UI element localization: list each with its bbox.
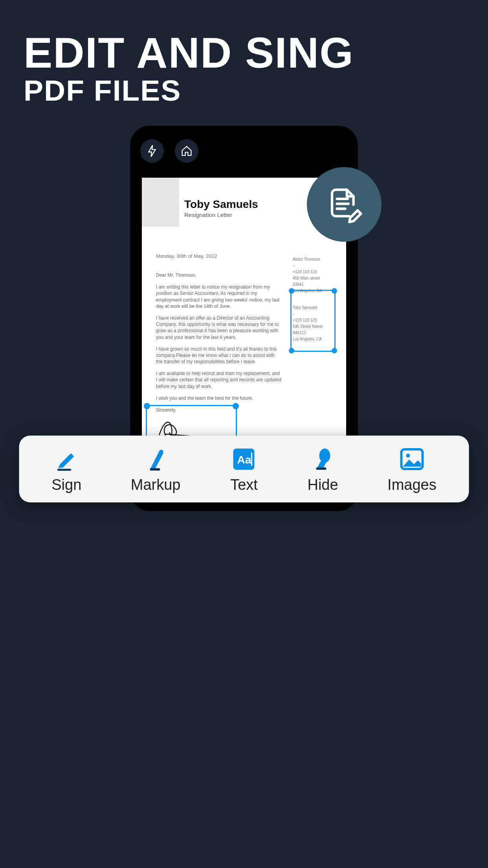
edit-document-button[interactable] — [307, 167, 382, 242]
resize-handle[interactable] — [144, 403, 150, 409]
selection-address[interactable] — [290, 290, 336, 352]
paragraph: I have received an offer as a Director o… — [156, 315, 282, 340]
text-icon: Aa — [230, 445, 258, 473]
sign-icon — [52, 445, 81, 473]
paragraph: I wish you and the team the best for the… — [156, 395, 282, 401]
header-placeholder — [142, 178, 179, 227]
svg-point-7 — [319, 449, 330, 463]
svg-point-10 — [406, 454, 410, 458]
images-icon — [398, 445, 426, 473]
tool-label: Markup — [131, 476, 181, 493]
recipient-block: Abdul Thomson - +123 123 123 456 Main st… — [293, 256, 336, 294]
flash-button[interactable] — [140, 139, 164, 163]
document-body: Dear Mr. Thomson, I am writing this lett… — [156, 272, 282, 419]
tool-label: Hide — [307, 476, 338, 493]
home-button[interactable] — [175, 139, 198, 163]
headline-top: EDIT AND SING — [24, 28, 464, 77]
resize-handle[interactable] — [332, 348, 337, 353]
tool-images[interactable]: Images — [387, 445, 437, 493]
document-date: Monday, 30th of May, 2022 — [156, 253, 217, 259]
hide-icon — [309, 445, 337, 473]
document-subtitle: Resignation Letter — [184, 211, 258, 218]
paragraph: I am writing this letter to notice my re… — [156, 284, 282, 309]
tool-hide[interactable]: Hide — [307, 445, 338, 493]
svg-rect-3 — [150, 468, 160, 471]
tool-markup[interactable]: Markup — [131, 445, 181, 493]
recipient-street: 456 Main street — [293, 275, 336, 281]
tool-label: Text — [230, 476, 258, 493]
recipient-dash: - — [293, 263, 336, 268]
paragraph: I am available to help recruit and train… — [156, 370, 282, 390]
resize-handle[interactable] — [233, 403, 239, 409]
svg-text:Aa: Aa — [237, 454, 251, 466]
resize-handle[interactable] — [332, 288, 337, 294]
svg-rect-8 — [316, 467, 327, 470]
tool-sign[interactable]: Sign — [51, 445, 81, 493]
recipient-zip: 23541 — [293, 281, 336, 287]
headline: EDIT AND SING PDF FILES — [0, 0, 488, 107]
tool-label: Sign — [51, 476, 81, 493]
edit-toolbar: Sign Markup Aa Text Hide — [19, 436, 469, 502]
edit-document-icon — [324, 184, 365, 225]
home-icon — [180, 145, 193, 157]
tool-label: Images — [387, 476, 437, 493]
markup-icon — [141, 445, 170, 473]
paragraph: I have grown so much in this field and i… — [156, 346, 282, 365]
greeting: Dear Mr. Thomson, — [156, 272, 282, 278]
resize-handle[interactable] — [289, 348, 294, 353]
recipient-phone: +123 123 123 — [293, 269, 336, 275]
headline-sub: PDF FILES — [24, 74, 464, 107]
flash-icon — [146, 144, 158, 158]
document-title: Toby Samuels — [184, 198, 258, 211]
tool-text[interactable]: Aa Text — [230, 445, 258, 493]
recipient-name: Abdul Thomson — [293, 256, 336, 262]
resize-handle[interactable] — [289, 288, 294, 294]
top-icon-row — [139, 134, 349, 163]
